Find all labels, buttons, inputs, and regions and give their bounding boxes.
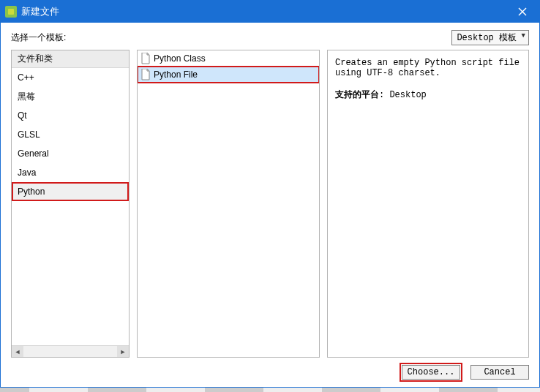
- platform-label: 支持的平台: [335, 89, 379, 99]
- categories-panel: 文件和类 C++ 黑莓 Qt GLSL General Java Python …: [11, 50, 130, 358]
- top-row: 选择一个模板: Desktop 模板: [11, 30, 529, 45]
- status-strip: [0, 388, 540, 392]
- file-icon: [140, 69, 151, 80]
- categories-header: 文件和类: [12, 50, 129, 68]
- dropdown-value: Desktop 模板: [457, 33, 517, 43]
- template-python-file[interactable]: Python File: [138, 67, 319, 83]
- app-icon: [5, 6, 17, 18]
- categories-scrollbar[interactable]: ◄ ►: [12, 345, 129, 357]
- category-general[interactable]: General: [12, 144, 129, 163]
- category-python[interactable]: Python: [12, 182, 129, 201]
- window-title: 新建文件: [21, 5, 59, 18]
- category-java[interactable]: Java: [12, 163, 129, 182]
- close-button[interactable]: [506, 1, 539, 23]
- categories-list[interactable]: C++ 黑莓 Qt GLSL General Java Python: [12, 68, 129, 345]
- close-icon: [518, 7, 527, 16]
- platform-line: 支持的平台: Desktop: [335, 88, 521, 101]
- category-cpp[interactable]: C++: [12, 68, 129, 87]
- file-icon: [140, 53, 151, 64]
- panels-row: 文件和类 C++ 黑莓 Qt GLSL General Java Python …: [11, 50, 529, 358]
- templates-list[interactable]: Python Class Python File: [138, 50, 319, 357]
- scroll-right-icon[interactable]: ►: [117, 346, 129, 358]
- category-blackberry[interactable]: 黑莓: [12, 87, 129, 106]
- templates-panel: Python Class Python File: [137, 50, 320, 358]
- dialog-window: 新建文件 选择一个模板: Desktop 模板 文件和类 C++ 黑莓 Qt: [0, 0, 540, 388]
- description-panel: Creates an empty Python script file usin…: [327, 50, 529, 358]
- titlebar: 新建文件: [1, 1, 539, 23]
- template-filter-dropdown[interactable]: Desktop 模板: [451, 30, 529, 45]
- cancel-button[interactable]: Cancel: [470, 365, 529, 380]
- category-qt[interactable]: Qt: [12, 106, 129, 125]
- scroll-left-icon[interactable]: ◄: [12, 346, 23, 358]
- dialog-body: 选择一个模板: Desktop 模板 文件和类 C++ 黑莓 Qt GLSL G…: [1, 23, 539, 387]
- platform-value: Desktop: [389, 90, 426, 100]
- template-python-class[interactable]: Python Class: [138, 50, 319, 67]
- button-row: Choose... Cancel: [11, 358, 529, 380]
- description-text: Creates an empty Python script file usin…: [335, 58, 521, 78]
- category-glsl[interactable]: GLSL: [12, 125, 129, 144]
- choose-button[interactable]: Choose...: [402, 365, 460, 380]
- prompt-label: 选择一个模板:: [11, 31, 66, 44]
